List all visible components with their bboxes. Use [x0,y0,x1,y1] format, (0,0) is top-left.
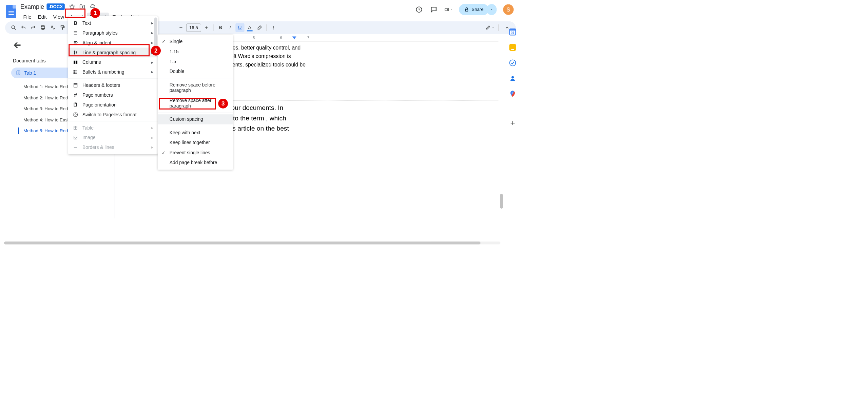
columns-icon [73,59,78,65]
print-icon[interactable] [38,23,47,32]
vertical-scrollbar[interactable] [500,194,503,209]
document-title[interactable]: Example [20,3,44,10]
align-icon [73,40,78,46]
borders-icon [73,144,78,150]
svg-point-10 [273,28,274,29]
comments-icon[interactable] [430,5,438,14]
format-pageless[interactable]: Switch to Pageless format [68,110,158,119]
format-menu-dropdown: BText▶ Paragraph styles▶ Align & indent▶… [68,16,158,154]
headers-icon [73,82,78,88]
search-menus-icon[interactable] [9,23,18,32]
redo-icon[interactable] [29,23,38,32]
more-toolbar-icon[interactable] [269,23,278,32]
ruler-tick-7: 7 [307,36,309,40]
calendar-icon[interactable]: 31 [509,28,516,35]
contacts-icon[interactable] [509,75,516,82]
format-paragraph-styles[interactable]: Paragraph styles▶ [68,28,158,38]
bold-button[interactable]: B [216,23,225,32]
italic-button[interactable]: I [226,23,234,32]
annotation-marker-1: 1 [90,8,100,18]
text-color-button[interactable]: A [245,23,254,32]
format-page-numbers[interactable]: #Page numbers [68,90,158,100]
menu-view[interactable]: View [50,13,67,21]
spacing-custom[interactable]: Custom spacing [158,114,233,124]
format-columns[interactable]: Columns▶ [68,57,158,67]
addons-plus-icon[interactable]: + [510,119,515,128]
star-icon[interactable] [69,3,75,10]
menu-file[interactable]: File [20,13,34,21]
pageless-icon [73,112,78,117]
spacing-prevent-single[interactable]: ✓Prevent single lines [158,148,233,158]
header-actions: Share S [415,4,514,15]
horizontal-scrollbar[interactable] [4,241,500,244]
font-size-increase[interactable]: + [202,23,211,32]
annotation-marker-3: 3 [218,99,228,109]
highlight-button[interactable] [255,23,264,32]
format-borders: Borders & lines▶ [68,142,158,152]
svg-point-14 [74,73,74,74]
svg-point-13 [74,72,74,72]
orientation-icon [73,102,78,108]
spacing-keep-lines[interactable]: Keep lines together [158,138,233,148]
document-text-block-1: ures, better quality control, and soft W… [228,43,326,69]
format-text[interactable]: BText▶ [68,18,158,28]
format-align-indent[interactable]: Align & indent▶ [68,38,158,48]
table-icon [73,125,78,131]
svg-point-21 [512,92,514,94]
paragraph-icon [73,30,78,36]
user-avatar[interactable]: S [503,4,514,15]
spacing-page-break-before[interactable]: Add page break before [158,158,233,168]
ruler-tick-5: 5 [253,36,255,40]
docs-logo-icon[interactable] [5,3,17,20]
ruler-right-indent[interactable] [292,36,296,39]
format-line-spacing[interactable]: Line & paragraph spacing▶ [68,47,158,57]
svg-rect-15 [74,83,77,87]
spacing-double[interactable]: Double [158,66,233,76]
spacing-single[interactable]: ✓Single [158,37,233,46]
move-icon[interactable] [79,3,85,10]
edit-mode-button[interactable] [485,23,494,32]
spacing-remove-before[interactable]: Remove space before paragraph [158,80,233,96]
underline-button[interactable]: U [235,23,244,32]
tab-1-label: Tab 1 [24,70,36,76]
format-headers-footers[interactable]: Headers & footers [68,80,158,90]
document-icon [16,70,21,76]
meet-button[interactable] [444,5,452,14]
document-text-block-2: your documents. In k to the term , which… [228,102,326,134]
history-icon[interactable] [415,5,423,14]
undo-icon[interactable] [19,23,28,32]
image-icon [73,135,78,140]
maps-icon[interactable] [509,90,516,97]
annotation-marker-2: 2 [151,46,161,56]
format-bullets[interactable]: Bullets & numbering▶ [68,67,158,77]
format-page-orientation[interactable]: Page orientation [68,100,158,110]
side-panel: 31 + ❯ [504,22,521,128]
svg-point-3 [12,26,15,29]
spacing-keep-next[interactable]: Keep with next [158,128,233,138]
share-label: Share [471,7,483,12]
bullets-icon [73,69,78,75]
menu-edit[interactable]: Edit [35,13,50,21]
check-icon: ✓ [162,39,166,44]
svg-point-9 [273,27,274,28]
font-size-decrease[interactable]: − [176,23,185,32]
svg-rect-2 [465,9,468,11]
check-icon: ✓ [162,150,166,156]
paint-format-icon[interactable] [58,23,67,32]
tasks-icon[interactable] [509,59,516,66]
spacing-15[interactable]: 1.5 [158,57,233,66]
spacing-icon [73,50,78,55]
share-button[interactable]: Share [459,4,489,15]
spacing-115[interactable]: 1.15 [158,46,233,56]
format-image: Image▶ [68,133,158,142]
format-table: Table▶ [68,123,158,133]
font-size-input[interactable]: 16.5 [186,24,201,32]
hash-icon: # [73,92,78,98]
share-dropdown[interactable] [487,4,497,15]
keep-icon[interactable] [509,44,516,51]
svg-point-12 [74,71,74,71]
ruler-tick-6: 6 [280,36,282,40]
spellcheck-icon[interactable] [48,23,57,32]
svg-point-8 [273,26,274,27]
lock-icon [464,7,469,12]
